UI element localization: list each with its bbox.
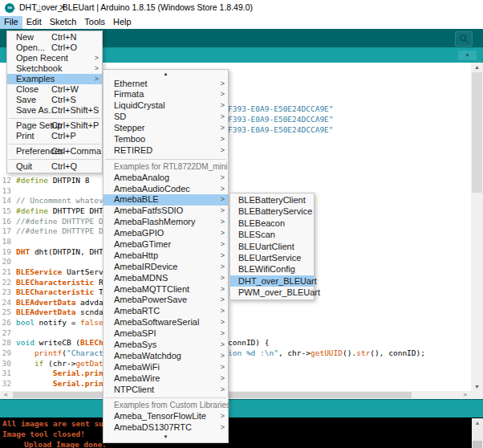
file-menu-item-close[interactable]: CloseCtrl+W bbox=[7, 84, 102, 95]
file-menu-item-examples[interactable]: Examples> bbox=[7, 74, 102, 84]
examples-submenu: ▲Ethernet>Firmata>LiquidCrystal>SD>Stepp… bbox=[103, 69, 229, 443]
scroll-down-icon[interactable]: ▼ bbox=[471, 384, 483, 389]
ble-menu-item-blescan[interactable]: BLEScan bbox=[230, 229, 314, 240]
scroll-right-icon[interactable]: > bbox=[463, 391, 467, 399]
status-bar bbox=[0, 399, 483, 418]
examples-menu-item-amebable[interactable]: AmebaBLE> bbox=[104, 194, 228, 206]
examples-menu-item-retired[interactable]: RETIRED> bbox=[104, 145, 228, 157]
code-token: dht(DHTPIN, DHT bbox=[30, 247, 104, 256]
code-token: advda bbox=[75, 298, 103, 307]
examples-menu-item-temboo[interactable]: Temboo> bbox=[104, 134, 228, 145]
tab-list-dropdown-button[interactable]: ▼ bbox=[458, 51, 477, 60]
menu-header-label: Examples for RTL8722DM_mini bbox=[114, 161, 228, 173]
code-text: if (chr->getDat bbox=[16, 359, 104, 369]
examples-menu-item-amebapowersave[interactable]: AmebaPowerSave> bbox=[104, 295, 228, 306]
scroll-up-icon[interactable]: ▲ bbox=[471, 64, 483, 70]
menu-item-label: AmebaGTimer bbox=[114, 239, 171, 250]
editor-horizontal-scrollbar[interactable]: < > bbox=[0, 391, 471, 399]
examples-menu-item-amebaspi[interactable]: AmebaSPI> bbox=[104, 328, 228, 340]
code-token: DHT bbox=[16, 247, 30, 256]
file-menu-item-print[interactable]: PrintCtrl+P bbox=[7, 131, 102, 141]
ble-menu-item-blebatteryclient[interactable]: BLEBatteryClient bbox=[230, 194, 314, 206]
submenu-arrow-icon: > bbox=[221, 385, 225, 396]
menu-item-label: AmebaWiFi bbox=[114, 362, 160, 373]
menu-scroll-down-icon[interactable]: ▼ bbox=[104, 434, 228, 442]
ble-menu-item-pwm-over-bleuart[interactable]: PWM_over_BLEUart bbox=[230, 287, 314, 298]
line-number: 21 bbox=[0, 267, 11, 278]
menu-item-label: Temboo bbox=[114, 134, 145, 145]
examples-menu-item-stepper[interactable]: Stepper> bbox=[104, 123, 228, 134]
examples-menu-item-amebawifi[interactable]: AmebaWiFi> bbox=[104, 362, 228, 373]
code-token: bool bbox=[16, 318, 34, 327]
menu-section-header: Examples for RTL8722DM_mini bbox=[104, 161, 228, 173]
submenu-arrow-icon: > bbox=[221, 306, 225, 317]
examples-menu-item-amebagtimer[interactable]: AmebaGTimer> bbox=[104, 239, 228, 250]
ble-menu-item-blebeacon[interactable]: BLEBeacon bbox=[230, 218, 314, 229]
examples-menu-item-amebaanalog[interactable]: AmebaAnalog> bbox=[104, 173, 228, 184]
ble-menu-item-dht-over-bleuart[interactable]: DHT_over_BLEUart bbox=[230, 275, 314, 287]
code-token: getDat bbox=[75, 359, 103, 368]
examples-menu-item-ameba-tensorflowlite[interactable]: Ameba_TensorFlowLite> bbox=[104, 411, 228, 422]
editor-vertical-scrollbar[interactable]: ▲ ▼ bbox=[471, 63, 483, 391]
examples-menu-item-amebartc[interactable]: AmebaRTC> bbox=[104, 306, 228, 317]
examples-menu-item-ethernet[interactable]: Ethernet> bbox=[104, 79, 228, 90]
menubar-item-help[interactable]: Help bbox=[109, 16, 136, 29]
ble-menu-item-bleuartservice[interactable]: BLEUartService bbox=[230, 252, 314, 263]
examples-menu-item-ntpclient[interactable]: NTPClient> bbox=[104, 385, 228, 396]
code-text: BLEAdvertData scnda bbox=[16, 307, 104, 318]
submenu-arrow-icon: > bbox=[221, 100, 225, 112]
file-menu-item-new[interactable]: NewCtrl+N bbox=[7, 32, 102, 43]
file-menu-item-quit[interactable]: QuitCtrl+Q bbox=[7, 161, 102, 172]
examples-menu-item-amebawire[interactable]: AmebaWire> bbox=[104, 373, 228, 385]
ble-menu-item-bleuartclient[interactable]: BLEUartClient bbox=[230, 241, 314, 252]
menubar-item-sketch[interactable]: Sketch bbox=[46, 16, 81, 29]
ble-menu-item-blebatteryservice[interactable]: BLEBatteryService bbox=[230, 206, 314, 217]
examples-menu-item-amebaflashmemory[interactable]: AmebaFlashMemory> bbox=[104, 217, 228, 228]
menu-item-label: AmebaAudioCodec bbox=[114, 184, 190, 195]
line-number: 29 bbox=[0, 348, 11, 359]
file-menu-item-page-setup[interactable]: Page SetupCtrl+Shift+P bbox=[7, 120, 102, 131]
file-menu-item-save-as[interactable]: Save As...Ctrl+Shift+S bbox=[7, 105, 102, 116]
menubar-item-edit[interactable]: Edit bbox=[22, 16, 46, 29]
serial-monitor-button[interactable] bbox=[455, 31, 473, 47]
menu-item-label: AmebaWatchdog bbox=[114, 351, 181, 362]
file-menu-item-save[interactable]: SaveCtrl+S bbox=[7, 95, 102, 105]
scroll-left-icon[interactable]: < bbox=[4, 391, 8, 399]
code-token bbox=[16, 379, 53, 388]
code-token: #define bbox=[16, 176, 48, 185]
menu-item-label: RETIRED bbox=[114, 145, 152, 157]
examples-menu-item-amebawatchdog[interactable]: AmebaWatchdog> bbox=[104, 351, 228, 362]
examples-menu-item-liquidcrystal[interactable]: LiquidCrystal> bbox=[104, 100, 228, 112]
line-number: 24 bbox=[0, 298, 11, 308]
vertical-scrollbar-thumb[interactable] bbox=[472, 72, 482, 193]
examples-menu-item-amebagpio[interactable]: AmebaGPIO> bbox=[104, 228, 228, 239]
console-scrollbar-thumb[interactable] bbox=[473, 441, 482, 448]
line-number: 12 bbox=[0, 176, 11, 186]
menu-scroll-up-icon[interactable]: ▲ bbox=[104, 71, 228, 79]
file-menu-item-preferences[interactable]: PreferencesCtrl+Comma bbox=[7, 146, 102, 157]
examples-menu-item-amebasys[interactable]: AmebaSys> bbox=[104, 340, 228, 351]
menu-item-shortcut: Ctrl+S bbox=[51, 95, 76, 105]
code-text: printf("Charact bbox=[16, 348, 104, 359]
menu-item-label: AmebaMQTTClient bbox=[114, 284, 189, 295]
console-scroll-up-icon[interactable]: ▲ bbox=[472, 420, 483, 426]
examples-menu-item-amebaaudiocodec[interactable]: AmebaAudioCodec> bbox=[104, 184, 228, 195]
examples-menu-item-sd[interactable]: SD> bbox=[104, 112, 228, 123]
menubar-item-file[interactable]: File bbox=[0, 16, 22, 29]
console-scrollbar[interactable]: ▲ bbox=[472, 418, 483, 448]
menubar-item-tools[interactable]: Tools bbox=[80, 16, 109, 29]
line-number: 15 bbox=[0, 206, 11, 217]
examples-menu-item-amebasoftwareserial[interactable]: AmebaSoftwareSerial> bbox=[104, 317, 228, 328]
examples-menu-item-amebahttp[interactable]: AmebaHttp> bbox=[104, 250, 228, 262]
file-menu-item-sketchbook[interactable]: Sketchbook> bbox=[7, 63, 102, 74]
file-menu-item-open[interactable]: Open...Ctrl+O bbox=[7, 43, 102, 53]
examples-menu-item-firmata[interactable]: Firmata> bbox=[104, 89, 228, 100]
examples-menu-item-amebamdns[interactable]: AmebaMDNS> bbox=[104, 273, 228, 284]
ble-menu-item-blewificonfig[interactable]: BLEWifiConfig bbox=[230, 263, 314, 275]
examples-menu-item-amebafatfssdio[interactable]: AmebaFatfsSDIO> bbox=[104, 206, 228, 217]
file-menu-item-open-recent[interactable]: Open Recent> bbox=[7, 53, 102, 63]
submenu-arrow-icon: > bbox=[221, 228, 225, 239]
examples-menu-item-amebamqttclient[interactable]: AmebaMQTTClient> bbox=[104, 284, 228, 295]
examples-menu-item-amebads1307rtc[interactable]: AmebaDS1307RTC> bbox=[104, 422, 228, 434]
examples-menu-item-amebairdevice[interactable]: AmebaIRDevice> bbox=[104, 262, 228, 273]
